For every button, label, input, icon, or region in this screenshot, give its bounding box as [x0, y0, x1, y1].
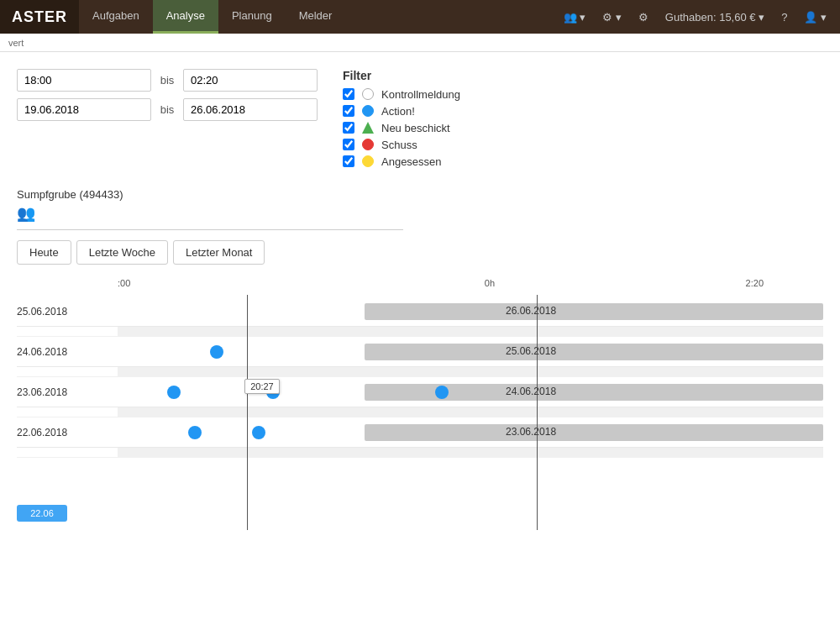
sub-bar: vert	[0, 34, 840, 52]
settings-icon[interactable]: ⚙ ▾	[597, 11, 627, 24]
gantt-row3-label: 23.06.2018	[17, 377, 118, 407]
gantt-row-2: 24.06.2018 25.06.2018	[17, 337, 823, 377]
group-settings-icon[interactable]: 👥 ▾	[559, 11, 591, 24]
nav-analyse[interactable]: Analyse	[153, 0, 218, 34]
brand-text: ASTER	[12, 8, 67, 26]
gantt-row2-content: 25.06.2018	[118, 337, 823, 366]
gantt-label-start: :00	[118, 278, 130, 288]
gantt-sub-row-1	[17, 327, 823, 337]
circle-blue-icon	[362, 105, 374, 117]
gantt-right-label-4: 23.06.2018	[506, 426, 556, 438]
filter-label-schuss: Schuss	[381, 139, 417, 151]
gantt-label-end: 2:20	[746, 278, 764, 288]
gantt-right-label-3: 24.06.2018	[506, 386, 556, 397]
gantt-row2-label: 24.06.2018	[17, 337, 118, 366]
filter-title: Filter	[343, 69, 528, 82]
gantt-right-label-2: 25.06.2018	[506, 345, 556, 357]
gantt-hrow-3: 23.06.2018 20:27 24.06.2018	[17, 377, 823, 407]
gantt-row-3: 23.06.2018 20:27 24.06.2018	[17, 377, 823, 417]
nav-melder[interactable]: Melder	[286, 0, 346, 34]
balance-label[interactable]: Guthaben: 15,60 € ▾	[660, 11, 769, 24]
gantt-hrow-1: 25.06.2018 26.06.2018	[17, 297, 823, 327]
gantt-header-labels: :00 0h 2:20	[118, 278, 823, 295]
location-section: Sumpfgrube (494433) 👥	[17, 188, 823, 230]
date-range-buttons: Heute Letzte Woche Letzter Monat	[17, 240, 823, 265]
gantt-chart: :00 0h 2:20 25.06.2018 26.06.2018 24.	[17, 278, 823, 530]
gantt-sub-row-2	[17, 367, 823, 377]
gantt-sub-content-4	[118, 448, 823, 457]
gantt-sub-row-4	[17, 448, 823, 458]
filter-item-kontroll: Kontrollmeldung	[343, 87, 528, 101]
person-icon: 👥	[17, 204, 823, 223]
gantt-sub-spacer-1	[17, 327, 118, 336]
gantt-row1-label: 25.06.2018	[17, 297, 118, 326]
filter-label-neu: Neu beschickt	[381, 122, 450, 134]
gantt-row1-content: 26.06.2018	[118, 297, 823, 326]
filter-checkbox-action[interactable]	[343, 105, 354, 117]
filter-checkbox-angesessen[interactable]	[343, 155, 354, 167]
bis-label-1: bis	[155, 74, 180, 87]
gantt-sub-content-1	[118, 327, 823, 336]
filter-area: bis bis Filter Kontrollmeldung Action!	[17, 69, 823, 171]
filter-checkbox-schuss[interactable]	[343, 139, 354, 150]
gantt-hrow-4: 22.06.2018 23.06.2018	[17, 417, 823, 448]
gantt-date-highlight: 22.06	[17, 505, 67, 522]
gantt-bar-4	[365, 424, 823, 441]
user-icon[interactable]: 👤 ▾	[799, 11, 832, 24]
gantt-bar-3	[365, 384, 823, 401]
date-from-input[interactable]	[17, 98, 151, 121]
gantt-right-label-1: 26.06.2018	[506, 305, 556, 317]
location-label: Sumpfgrube (494433)	[17, 188, 823, 201]
gantt-row4-label: 22.06.2018	[17, 417, 118, 447]
help-icon[interactable]: ?	[776, 11, 792, 24]
gantt-bar-2	[365, 344, 823, 360]
circle-white-icon	[362, 88, 374, 100]
filter-checkbox-neu[interactable]	[343, 122, 354, 134]
filter-item-angesessen: Angesessen	[343, 155, 528, 168]
last-month-button[interactable]: Letzter Monat	[173, 240, 265, 265]
circle-yellow-icon	[362, 155, 374, 167]
filter-item-neu: Neu beschickt	[343, 121, 528, 134]
gantt-sub-spacer-2	[17, 367, 118, 376]
gantt-sub-spacer-4	[17, 448, 118, 457]
today-button[interactable]: Heute	[17, 240, 71, 265]
gantt-sub-spacer-3	[17, 407, 118, 417]
circle-red-icon	[362, 139, 374, 150]
filter-checkbox-kontroll[interactable]	[343, 88, 354, 100]
nav-right: 👥 ▾ ⚙ ▾ ⚙ Guthaben: 15,60 € ▾ ? 👤 ▾	[550, 0, 840, 34]
filter-item-schuss: Schuss	[343, 138, 528, 151]
gantt-dot-4-1	[188, 426, 202, 439]
filter-label-angesessen: Angesessen	[381, 155, 442, 168]
gantt-sub-content-3	[118, 407, 823, 417]
bis-label-2: bis	[155, 103, 180, 116]
gantt-sub-content-2	[118, 367, 823, 376]
nav-aufgaben[interactable]: Aufgaben	[79, 0, 153, 34]
gantt-row4-content: 23.06.2018	[118, 417, 823, 447]
navbar: ASTER Aufgaben Analyse Planung Melder 👥 …	[0, 0, 840, 34]
triangle-green-icon	[362, 122, 374, 134]
brand-logo[interactable]: ASTER	[0, 0, 79, 34]
gantt-dot-4-2	[252, 426, 265, 439]
date-to-input[interactable]	[183, 98, 318, 121]
gantt-hrow-2: 24.06.2018 25.06.2018	[17, 337, 823, 367]
main-content: bis bis Filter Kontrollmeldung Action!	[0, 52, 840, 630]
gantt-header: :00 0h 2:20	[17, 278, 823, 295]
sub-label: vert	[8, 38, 24, 48]
last-week-button[interactable]: Letzte Woche	[76, 240, 168, 265]
gantt-dot-3-3	[435, 386, 449, 399]
gantt-sub-row-3	[17, 407, 823, 417]
nav-items: Aufgaben Analyse Planung Melder	[79, 0, 550, 34]
time-from-input[interactable]	[17, 69, 151, 92]
gantt-header-spacer	[17, 278, 118, 295]
gantt-row-4: 22.06.2018 23.06.2018	[17, 417, 823, 458]
gantt-dot-2-1	[210, 345, 223, 359]
nav-planung[interactable]: Planung	[218, 0, 286, 34]
filter-label-action: Action!	[381, 105, 415, 118]
time-date-grid: bis bis	[17, 69, 318, 171]
location-divider	[17, 229, 403, 230]
gear-icon[interactable]: ⚙	[633, 11, 654, 24]
gantt-row3-content: 20:27 24.06.2018	[118, 377, 823, 407]
gantt-row-1: 25.06.2018 26.06.2018	[17, 297, 823, 337]
time-to-input[interactable]	[183, 69, 318, 92]
filter-item-action: Action!	[343, 104, 528, 118]
